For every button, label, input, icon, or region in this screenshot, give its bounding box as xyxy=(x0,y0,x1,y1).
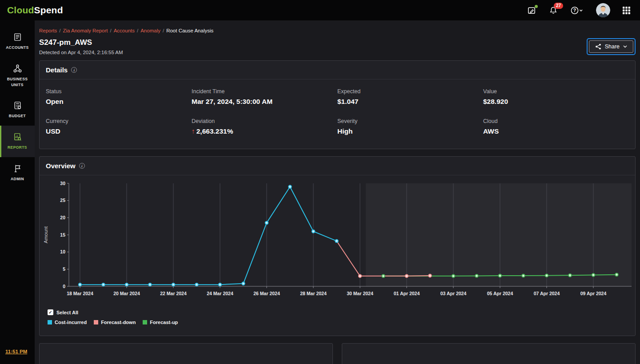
breadcrumb-link-accounts[interactable]: Accounts xyxy=(114,28,135,33)
page-header: S247-pm_AWS Detected on Apr 4, 2024, 2:1… xyxy=(39,38,636,55)
breadcrumb-separator: / xyxy=(59,28,60,33)
legend-swatch xyxy=(94,320,98,324)
svg-text:28 Mar 2024: 28 Mar 2024 xyxy=(300,291,327,296)
svg-text:0: 0 xyxy=(63,284,65,289)
help-button[interactable]: ? xyxy=(570,6,584,15)
details-title: Details xyxy=(46,66,68,74)
svg-text:30: 30 xyxy=(60,181,65,186)
svg-text:09 Apr 2024: 09 Apr 2024 xyxy=(580,291,607,296)
breadcrumb-link-zia-anomaly-report[interactable]: Zia Anomaly Report xyxy=(63,28,108,33)
sidebar-item-label: REPORTS xyxy=(8,145,27,150)
legend-swatch xyxy=(48,320,52,324)
legend-area: ✓ Select All Cost-incurred Forecast-down… xyxy=(40,299,635,336)
topbar-actions: 27 ? xyxy=(527,3,630,17)
details-card-header: Details i xyxy=(40,61,635,79)
business-units-icon xyxy=(13,64,22,73)
field-deviation: Deviation ↑2,663.231% xyxy=(192,118,337,135)
clock-link[interactable]: 11:51 PM xyxy=(5,349,27,354)
sidebar-item-admin[interactable]: ADMIN xyxy=(0,157,35,189)
chart-legend: Cost-incurred Forecast-down Forecast-up xyxy=(48,320,627,325)
svg-text:Amount: Amount xyxy=(43,226,48,243)
bottom-left-panel xyxy=(39,343,333,364)
svg-text:20: 20 xyxy=(60,215,65,220)
breadcrumb: Reports/Zia Anomaly Report/Accounts/Anom… xyxy=(39,28,636,33)
svg-text:20 Mar 2024: 20 Mar 2024 xyxy=(113,291,140,296)
select-all-checkbox[interactable]: ✓ Select All xyxy=(48,309,627,315)
help-icon: ? xyxy=(570,6,584,15)
field-value: Value $28.920 xyxy=(483,88,629,106)
svg-text:01 Apr 2024: 01 Apr 2024 xyxy=(394,291,420,296)
overview-card-header: Overview i xyxy=(40,157,635,175)
legend-item-cost-incurred[interactable]: Cost-incurred xyxy=(48,320,87,325)
field-cloud: Cloud AWS xyxy=(483,118,629,135)
breadcrumb-link-anomaly[interactable]: Anomaly xyxy=(140,28,160,33)
sidebar-item-reports[interactable]: REPORTS xyxy=(0,126,35,157)
share-button[interactable]: Share xyxy=(589,40,633,53)
select-all-label: Select All xyxy=(56,310,78,315)
share-button-label: Share xyxy=(605,44,620,50)
user-avatar[interactable] xyxy=(596,3,610,17)
info-icon[interactable]: i xyxy=(79,163,85,169)
sidebar-item-label: BUSINESS UNITS xyxy=(1,76,34,88)
svg-text:5: 5 xyxy=(63,266,65,272)
svg-text:24 Mar 2024: 24 Mar 2024 xyxy=(207,291,233,296)
admin-icon xyxy=(13,164,22,173)
overview-chart[interactable]: 18 Mar 202420 Mar 202422 Mar 202424 Mar … xyxy=(40,178,634,299)
svg-text:15: 15 xyxy=(60,232,65,237)
whats-new-button[interactable] xyxy=(527,6,536,15)
sidebar-item-label: BUDGET xyxy=(9,113,26,119)
overview-chart-wrap: 18 Mar 202420 Mar 202422 Mar 202424 Mar … xyxy=(40,175,635,299)
logo-spend: Spend xyxy=(34,5,63,15)
breadcrumb-separator: / xyxy=(137,28,138,33)
budget-icon xyxy=(13,101,22,110)
sidebar-item-accounts[interactable]: ACCOUNTS xyxy=(0,26,35,57)
deviation-value: 2,663.231% xyxy=(196,127,233,135)
legend-item-forecast-up[interactable]: Forecast-up xyxy=(143,320,178,325)
legend-swatch xyxy=(143,320,147,324)
deviation-up-arrow-icon: ↑ xyxy=(192,127,195,135)
field-status: Status Open xyxy=(46,88,192,106)
sidebar: ACCOUNTS BUSINESS UNITS BUD xyxy=(0,20,35,364)
accounts-icon xyxy=(13,32,22,42)
overview-title: Overview xyxy=(46,162,76,170)
details-fields: Status Open Incident Time Mar 27, 2024, … xyxy=(40,79,635,149)
svg-text:03 Apr 2024: 03 Apr 2024 xyxy=(440,291,467,296)
details-card: Details i Status Open Incident Time Mar … xyxy=(39,60,636,149)
notifications-button[interactable]: 27 xyxy=(549,6,558,15)
breadcrumb-separator: / xyxy=(163,28,164,33)
share-icon xyxy=(595,44,601,50)
bottom-right-panel xyxy=(342,343,636,364)
whats-new-dot xyxy=(535,5,538,8)
svg-text:18 Mar 2024: 18 Mar 2024 xyxy=(67,291,93,296)
svg-text:26 Mar 2024: 26 Mar 2024 xyxy=(253,291,280,296)
legend-item-forecast-down[interactable]: Forecast-down xyxy=(94,320,136,325)
svg-text:22 Mar 2024: 22 Mar 2024 xyxy=(160,291,187,296)
breadcrumb-current: Root Cause Analysis xyxy=(166,28,213,33)
svg-text:?: ? xyxy=(573,8,576,13)
field-severity: Severity High xyxy=(337,118,483,135)
sidebar-item-label: ACCOUNTS xyxy=(6,45,28,51)
svg-text:05 Apr 2024: 05 Apr 2024 xyxy=(487,291,513,296)
main-content: Reports/Zia Anomaly Report/Accounts/Anom… xyxy=(35,20,640,364)
svg-text:10: 10 xyxy=(60,249,65,254)
chevron-down-icon xyxy=(623,45,627,48)
breadcrumb-separator: / xyxy=(110,28,111,33)
overview-card: Overview i 18 Mar 202420 Mar 202422 Mar … xyxy=(39,156,636,336)
field-incident-time: Incident Time Mar 27, 2024, 5:30:00 AM xyxy=(192,88,337,106)
svg-text:25: 25 xyxy=(60,198,65,203)
sidebar-item-budget[interactable]: BUDGET xyxy=(0,94,35,126)
svg-text:30 Mar 2024: 30 Mar 2024 xyxy=(347,291,373,296)
sidebar-item-business-units[interactable]: BUSINESS UNITS xyxy=(0,57,35,95)
reports-icon xyxy=(13,132,22,142)
apps-grid-button[interactable] xyxy=(623,7,630,14)
info-icon[interactable]: i xyxy=(71,67,77,73)
breadcrumb-link-reports[interactable]: Reports xyxy=(39,28,57,33)
field-expected: Expected $1.047 xyxy=(337,88,483,106)
logo-cloud: Cloud xyxy=(7,5,34,15)
field-currency: Currency USD xyxy=(46,118,192,135)
notification-badge: 27 xyxy=(554,3,563,9)
checkbox-checked-icon: ✓ xyxy=(48,309,53,315)
page: CloudSpend 27 xyxy=(0,0,640,364)
cloudspend-logo[interactable]: CloudSpend xyxy=(7,5,63,16)
detected-on-text: Detected on Apr 4, 2024, 2:16:55 AM xyxy=(39,50,123,55)
